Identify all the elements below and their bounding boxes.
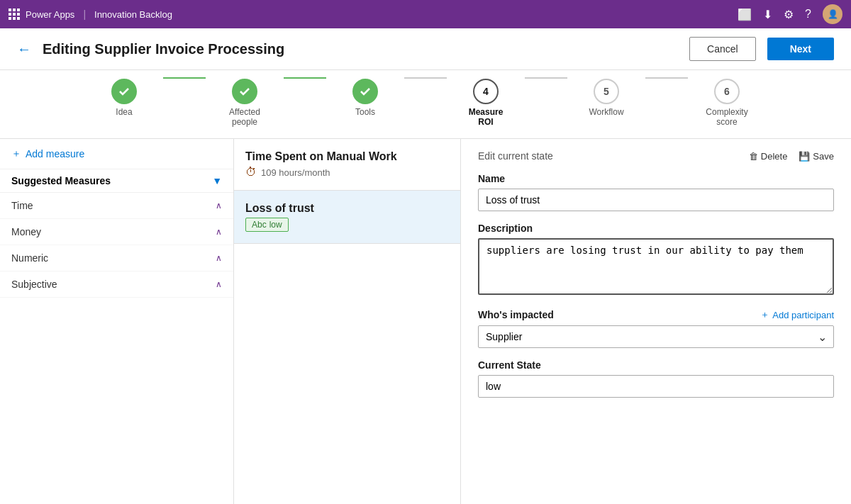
step-workflow[interactable]: 5 Workflow	[567, 79, 645, 117]
step-5-circle: 5	[594, 79, 619, 104]
help-icon[interactable]: ?	[805, 8, 811, 21]
category-money[interactable]: Money ∧	[0, 219, 233, 245]
main-content: ＋ Add measure Suggested Measures ▼ Time …	[0, 139, 851, 504]
plus-icon: ＋	[11, 147, 21, 160]
current-state-label: Current State	[478, 359, 834, 371]
hourglass-icon: ⏱	[245, 166, 257, 179]
trash-icon: 🗑	[749, 151, 758, 162]
edit-actions: 🗑 Delete 💾 Save	[749, 151, 834, 162]
category-time-label: Time	[11, 200, 33, 211]
category-subjective[interactable]: Subjective ∧	[0, 271, 233, 298]
category-money-label: Money	[11, 226, 41, 237]
edit-state-header: Edit current state 🗑 Delete 💾 Save	[478, 150, 834, 162]
step-6-label: Complexityscore	[706, 107, 747, 127]
add-measure-button[interactable]: ＋ Add measure	[0, 139, 233, 169]
cancel-button[interactable]: Cancel	[689, 37, 756, 61]
description-label: Description	[478, 223, 834, 234]
step-tools[interactable]: Tools	[326, 79, 404, 117]
stepper-wrapper: Idea Affectedpeople Tools 4 MeasureROI	[85, 79, 766, 127]
suggested-measures-title: Suggested Measures	[11, 175, 111, 186]
name-label: Name	[478, 173, 834, 184]
topbar-sep: |	[83, 9, 86, 20]
category-numeric[interactable]: Numeric ∧	[0, 245, 233, 271]
measure-time-value: 109 hours/month	[261, 167, 330, 178]
page-title: Editing Supplier Invoice Processing	[43, 41, 678, 57]
topbar: Power Apps | Innovation Backlog ⬜ ⬇ ⚙ ? …	[0, 0, 851, 28]
name-input[interactable]	[478, 189, 834, 211]
description-group: Description suppliers are losing trust i…	[478, 223, 834, 297]
add-participant-label: Add participant	[772, 310, 834, 320]
topbar-appname: Innovation Backlog	[94, 9, 172, 20]
category-subjective-label: Subjective	[11, 279, 57, 290]
step-idea[interactable]: Idea	[85, 79, 163, 117]
who-impacted-group: Who's impacted ＋ Add participant Supplie…	[478, 308, 834, 348]
stepper: Idea Affectedpeople Tools 4 MeasureROI	[0, 70, 851, 139]
center-panel: Time Spent on Manual Work ⏱ 109 hours/mo…	[234, 139, 461, 504]
avatar[interactable]: 👤	[823, 4, 842, 24]
name-group: Name	[478, 173, 834, 211]
step-4-label: MeasureROI	[469, 107, 504, 127]
who-impacted-header: Who's impacted ＋ Add participant	[478, 308, 834, 321]
page-header: ← Editing Supplier Invoice Processing Ca…	[0, 28, 851, 70]
add-measure-label: Add measure	[26, 148, 84, 159]
measure-trust-title: Loss of trust	[245, 202, 449, 215]
participant-select-wrapper: Supplier ⌄	[478, 325, 834, 348]
abc-label: Abc	[252, 220, 267, 230]
right-panel: Edit current state 🗑 Delete 💾 Save Name …	[461, 139, 851, 504]
line-1	[163, 77, 206, 79]
chevron-numeric-icon: ∧	[216, 253, 222, 263]
grid-icon[interactable]	[9, 9, 20, 20]
monitor-icon[interactable]: ⬜	[738, 8, 752, 21]
line-3	[404, 77, 447, 79]
edit-state-label: Edit current state	[478, 150, 553, 162]
line-5	[645, 77, 688, 79]
measure-card-trust[interactable]: Loss of trust Abc low	[234, 191, 460, 244]
back-button[interactable]: ←	[17, 41, 31, 57]
step-3-circle	[352, 79, 378, 104]
step-measure-roi[interactable]: 4 MeasureROI	[447, 79, 525, 127]
step-2-circle	[232, 79, 257, 104]
plus-participant-icon: ＋	[760, 308, 769, 321]
chevron-time-icon: ∧	[216, 201, 222, 211]
chevron-subjective-icon: ∧	[216, 279, 222, 289]
step-affected-people[interactable]: Affectedpeople	[206, 79, 284, 127]
step-complexity-score[interactable]: 6 Complexityscore	[688, 79, 766, 127]
measure-time-title: Time Spent on Manual Work	[245, 150, 449, 163]
delete-label: Delete	[761, 151, 788, 162]
step-4-circle: 4	[473, 79, 499, 104]
step-5-label: Workflow	[589, 107, 623, 117]
participant-select[interactable]: Supplier	[478, 325, 834, 348]
step-3-label: Tools	[355, 107, 375, 117]
download-icon[interactable]: ⬇	[763, 8, 772, 21]
current-state-group: Current State	[478, 359, 834, 398]
save-button[interactable]: 💾 Save	[799, 151, 834, 162]
trust-tag-value: low	[269, 220, 282, 230]
sidebar: ＋ Add measure Suggested Measures ▼ Time …	[0, 139, 234, 504]
delete-button[interactable]: 🗑 Delete	[749, 151, 788, 162]
step-1-label: Idea	[116, 107, 132, 117]
step-2-label: Affectedpeople	[229, 107, 260, 127]
who-impacted-label: Who's impacted	[478, 309, 554, 320]
description-textarea[interactable]: suppliers are losing trust in our abilit…	[478, 238, 834, 295]
filter-icon[interactable]: ▼	[212, 175, 222, 186]
step-1-circle	[111, 79, 137, 104]
save-label: Save	[813, 151, 834, 162]
category-numeric-label: Numeric	[11, 252, 48, 264]
step-6-circle: 6	[714, 79, 740, 104]
settings-icon[interactable]: ⚙	[784, 8, 794, 21]
topbar-powerapps: Power Apps	[26, 9, 74, 20]
next-button[interactable]: Next	[767, 38, 834, 60]
abc-badge: Abc low	[245, 218, 289, 232]
chevron-money-icon: ∧	[216, 227, 222, 237]
line-2	[284, 77, 326, 79]
current-state-input[interactable]	[478, 375, 834, 398]
suggested-measures-header: Suggested Measures ▼	[0, 169, 233, 193]
measure-time-subtitle: ⏱ 109 hours/month	[245, 166, 449, 179]
add-participant-button[interactable]: ＋ Add participant	[760, 308, 834, 321]
topbar-right: ⬜ ⬇ ⚙ ? 👤	[738, 4, 842, 24]
category-time[interactable]: Time ∧	[0, 193, 233, 219]
save-icon: 💾	[799, 151, 810, 162]
line-4	[525, 77, 567, 79]
measure-trust-subtitle: Abc low	[245, 218, 449, 232]
measure-card-time[interactable]: Time Spent on Manual Work ⏱ 109 hours/mo…	[234, 139, 460, 191]
